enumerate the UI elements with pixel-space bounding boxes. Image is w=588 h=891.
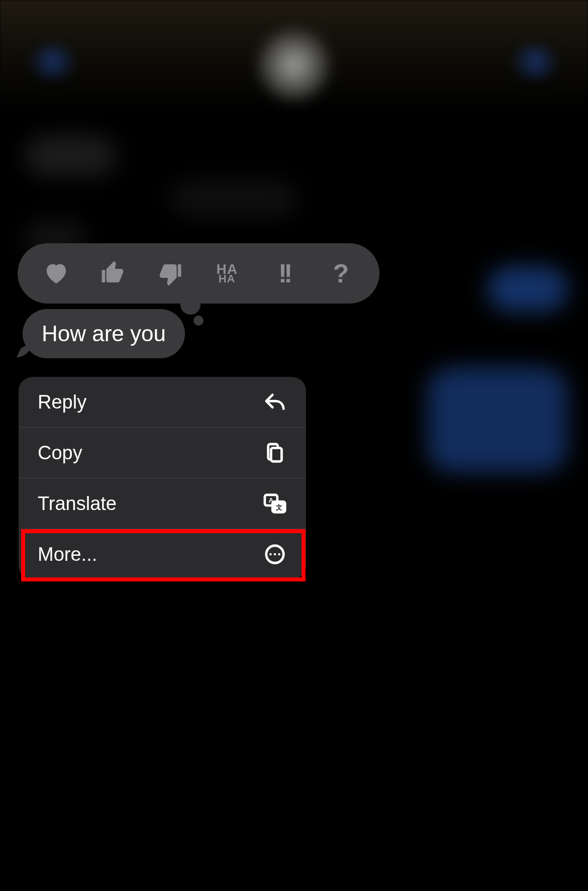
tapback-haha[interactable]: HA HA <box>207 253 247 293</box>
contact-avatar-blurred <box>259 30 329 101</box>
menu-translate-label: Translate <box>38 493 117 515</box>
message-text: How are you <box>42 321 166 346</box>
facetime-button-blurred <box>513 44 558 79</box>
bg-timestamp-blurred <box>171 181 297 216</box>
message-context-menu: Reply Copy Translate A 文 More... <box>19 377 306 579</box>
thumbs-down-icon <box>156 260 183 287</box>
translate-icon: A 文 <box>263 491 287 516</box>
tapback-thumbs-down[interactable] <box>150 253 190 293</box>
menu-reply-label: Reply <box>38 391 86 413</box>
tapback-emphasize[interactable]: !! <box>264 253 304 293</box>
selected-message-bubble[interactable]: How are you <box>23 309 185 358</box>
haha-icon: HA HA <box>216 264 237 283</box>
tapback-question[interactable]: ? <box>321 253 361 293</box>
tapback-bar: HA HA !! ? <box>18 243 379 304</box>
svg-point-6 <box>269 553 272 556</box>
menu-more-label: More... <box>38 544 97 565</box>
svg-rect-0 <box>271 448 281 461</box>
menu-translate[interactable]: Translate A 文 <box>19 478 306 529</box>
back-button-blurred <box>30 44 75 79</box>
reply-icon <box>263 390 287 414</box>
thumbs-up-icon <box>100 260 127 287</box>
menu-more[interactable]: More... <box>19 529 306 579</box>
heart-icon <box>43 260 70 287</box>
svg-point-8 <box>278 553 280 556</box>
more-icon <box>263 542 287 566</box>
top-nav-blurred <box>0 0 588 111</box>
svg-text:A: A <box>269 497 274 504</box>
menu-reply[interactable]: Reply <box>19 377 306 428</box>
tapback-heart[interactable] <box>36 253 76 293</box>
svg-text:文: 文 <box>275 504 282 511</box>
tapback-thumbs-up[interactable] <box>93 253 133 293</box>
bg-sent-message-blurred <box>427 367 568 472</box>
haha-line2: HA <box>219 274 236 283</box>
svg-point-7 <box>274 553 276 556</box>
copy-icon <box>263 441 287 465</box>
question-icon: ? <box>333 258 349 288</box>
menu-copy-label: Copy <box>38 442 82 464</box>
menu-copy[interactable]: Copy <box>19 428 306 478</box>
bg-message-blurred <box>25 136 116 176</box>
exclaim-icon: !! <box>278 258 290 288</box>
bg-sent-message-blurred <box>487 266 568 312</box>
